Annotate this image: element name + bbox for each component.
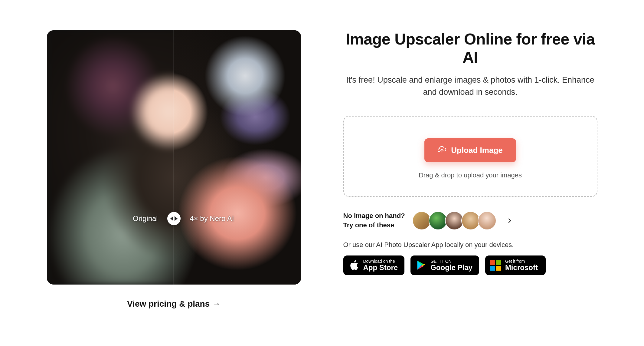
samples-next-button[interactable]	[507, 218, 513, 224]
compare-slider-handle[interactable]	[167, 212, 181, 225]
compare-divider[interactable]	[174, 30, 174, 285]
page-title: Image Upscaler Online for free via AI	[343, 30, 597, 67]
samples-line2: Try one of these	[343, 221, 405, 230]
page-subtitle: It's free! Upscale and enlarge images & …	[343, 74, 597, 98]
view-pricing-label: View pricing & plans →	[127, 299, 221, 309]
microsoft-icon	[491, 260, 501, 270]
microsoft-store-button[interactable]: Get it from Microsoft	[485, 255, 546, 275]
samples-line1: No image on hand?	[343, 211, 405, 221]
compare-label-upscaled: 4× by Nero AI	[190, 214, 234, 223]
before-after-compare[interactable]: Original 4× by Nero AI	[47, 30, 301, 285]
apple-icon	[349, 260, 359, 270]
google-play-icon	[416, 260, 426, 270]
sample-thumb-3[interactable]	[445, 211, 464, 230]
compare-label-original: Original	[133, 214, 158, 223]
view-pricing-link[interactable]: View pricing & plans →	[127, 299, 221, 309]
upload-image-button[interactable]: Upload Image	[424, 138, 516, 162]
compare-original-side	[47, 30, 174, 285]
microsoft-big: Microsoft	[505, 264, 538, 272]
sample-thumb-2[interactable]	[429, 211, 447, 230]
sample-thumb-1[interactable]	[412, 211, 431, 230]
app-store-big: App Store	[363, 264, 398, 272]
samples-prompt: No image on hand? Try one of these	[343, 211, 405, 230]
chevron-right-icon	[507, 218, 513, 224]
local-app-line: Or use our AI Photo Upscaler App locally…	[343, 241, 597, 249]
upload-dropzone[interactable]: Upload Image Drag & drop to upload your …	[343, 116, 597, 197]
app-store-small: Download on the	[363, 259, 398, 264]
upload-button-label: Upload Image	[451, 146, 502, 155]
chevron-left-icon	[170, 216, 173, 221]
google-play-big: Google Play	[430, 264, 472, 272]
drop-hint: Drag & drop to upload your images	[419, 171, 522, 179]
sample-thumb-5[interactable]	[478, 211, 496, 230]
compare-upscaled-side	[174, 30, 301, 285]
sample-thumb-4[interactable]	[461, 211, 480, 230]
cloud-upload-icon	[438, 146, 446, 155]
google-play-button[interactable]: GET IT ON Google Play	[410, 255, 479, 275]
app-store-button[interactable]: Download on the App Store	[343, 255, 405, 275]
chevron-right-icon	[175, 216, 178, 221]
microsoft-small: Get it from	[505, 259, 538, 264]
sample-thumbnails	[412, 211, 496, 230]
google-play-small: GET IT ON	[430, 259, 472, 264]
